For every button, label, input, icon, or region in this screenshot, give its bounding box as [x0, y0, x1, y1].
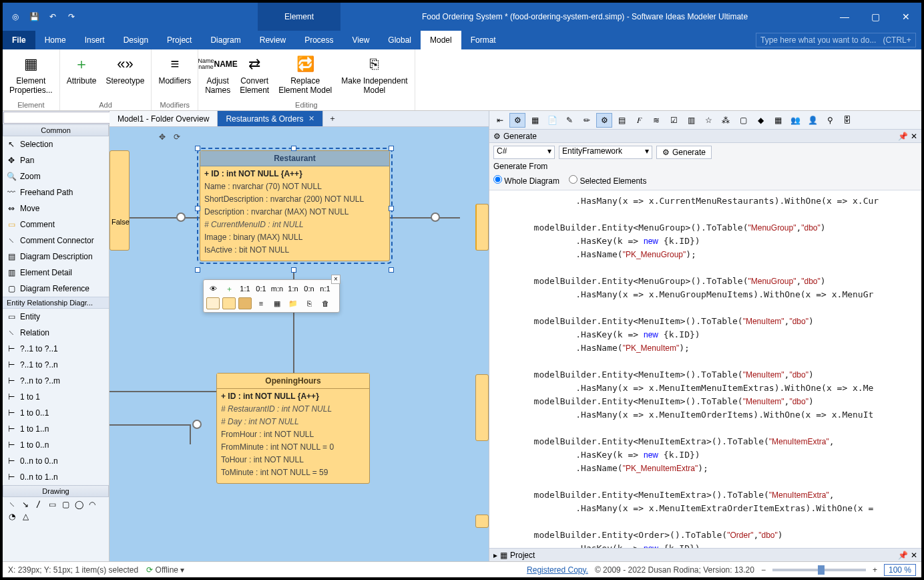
tool-icon-7[interactable]: 𝐹: [631, 113, 647, 128]
arc-icon[interactable]: ◠: [87, 500, 97, 509]
zoom-in-button[interactable]: +: [873, 565, 877, 575]
tool-card-1[interactable]: ⊢?..1 to ?..n: [3, 357, 109, 373]
modifiers-button[interactable]: ≡ Modifiers: [154, 51, 195, 88]
tool-icon-15[interactable]: ▦: [770, 113, 786, 128]
partial-entity-right-3[interactable]: [475, 515, 489, 528]
tool-icon-8[interactable]: ≋: [648, 113, 664, 128]
tool-card-3[interactable]: ⊢1 to 1: [3, 389, 109, 405]
language-select[interactable]: C# ▾: [493, 146, 555, 159]
tool-icon-17[interactable]: 👤: [804, 113, 821, 128]
element-properties-button[interactable]: ▦ Element Properties...: [5, 51, 57, 98]
entity-openinghours[interactable]: OpeningHours + ID : int NOT NULL {A++}# …: [216, 373, 370, 484]
tool-icon-11[interactable]: ☆: [700, 113, 716, 128]
adjust-names-button[interactable]: NamenameNAME Adjust Names: [201, 51, 234, 98]
tool-card-4[interactable]: ⊢1 to 0..1: [3, 405, 109, 421]
radio-whole-diagram[interactable]: Whole Diagram: [493, 175, 559, 186]
code-output[interactable]: .HasMany(x => x.CurrentMenuRestaurants).…: [489, 190, 921, 548]
command-search-input[interactable]: [756, 33, 916, 47]
zoom-out-button[interactable]: −: [761, 565, 766, 575]
project-bar[interactable]: ▸ ▦ Project 📌 ✕: [489, 548, 921, 561]
diagram-canvas[interactable]: False Restaurant + ID :: [109, 127, 489, 561]
tool-icon-1[interactable]: ▦: [527, 113, 543, 128]
tool-icon-3[interactable]: ✎: [561, 113, 578, 128]
card-0-n[interactable]: 0:n: [302, 283, 316, 295]
pie-icon[interactable]: ◔: [7, 512, 17, 521]
tool-card-6[interactable]: ⊢1 to 0..n: [3, 437, 109, 453]
context-tab-element[interactable]: Element: [258, 3, 340, 31]
card-1-1[interactable]: 1:1: [238, 283, 252, 295]
make-independent-button[interactable]: ⎘ Make Independent Model: [337, 51, 411, 98]
tool-element-detail[interactable]: ▥Element Detail: [3, 265, 109, 281]
close-tab-icon[interactable]: ✕: [308, 114, 314, 123]
pin-icon[interactable]: 📌: [898, 132, 908, 141]
replace-model-button[interactable]: 🔁 Replace Element Model: [274, 51, 336, 98]
convert-element-button[interactable]: ⇄ Convert Element: [236, 51, 273, 98]
menu-project[interactable]: Project: [158, 31, 201, 49]
panel-close-icon[interactable]: ✕: [911, 132, 917, 141]
tool-zoom[interactable]: 🔍Zoom: [3, 168, 109, 184]
roundrect-icon[interactable]: ▢: [60, 500, 71, 509]
eye-icon[interactable]: 👁: [206, 283, 220, 295]
toolbox-search-input[interactable]: [3, 112, 110, 124]
command-search[interactable]: [756, 31, 916, 49]
triangle-icon[interactable]: △: [20, 512, 31, 521]
zoom-value[interactable]: 100 %: [884, 564, 916, 576]
radio-selected-elements[interactable]: Selected Elements: [569, 175, 646, 186]
tool-icon-9[interactable]: ☑: [666, 113, 682, 128]
tool-icon-4[interactable]: ✏: [579, 113, 595, 128]
pin-icon[interactable]: 📌: [898, 551, 908, 560]
arrow-icon[interactable]: ↘: [20, 500, 31, 509]
close-button[interactable]: ✕: [891, 3, 921, 31]
tab-restaurants-orders[interactable]: Restaurants & Orders✕: [218, 111, 323, 126]
tool-relation[interactable]: ⟍Relation: [3, 325, 109, 341]
list-icon[interactable]: ≡: [254, 297, 268, 309]
tool-icon-18[interactable]: ⚲: [822, 113, 838, 128]
partial-entity-right-1[interactable]: [475, 204, 489, 251]
tool-card-5[interactable]: ⊢1 to 1..n: [3, 421, 109, 437]
ellipse-icon[interactable]: ◯: [73, 500, 84, 509]
menu-view[interactable]: View: [343, 31, 379, 49]
tool-card-0[interactable]: ⊢?..1 to ?..1: [3, 341, 109, 357]
menu-design[interactable]: Design: [114, 31, 158, 49]
zoom-slider[interactable]: [772, 569, 866, 571]
folder-icon[interactable]: 📁: [286, 297, 300, 309]
move-handle-icon[interactable]: ✥: [159, 132, 166, 142]
line-icon[interactable]: ⟍: [7, 500, 17, 509]
stereotype-button[interactable]: «» Stereotype: [101, 51, 148, 88]
registered-link[interactable]: Registered Copy.: [527, 565, 588, 575]
save-icon[interactable]: 💾: [28, 11, 40, 23]
collapse-icon[interactable]: ▸: [493, 551, 497, 560]
tool-comment[interactable]: ▭Comment: [3, 216, 109, 233]
tab-folder-overview[interactable]: Model1 - Folder Overview: [109, 111, 218, 126]
attribute-button[interactable]: ＋ Attribute: [63, 51, 101, 88]
entity-restaurant[interactable]: Restaurant + ID : int NOT NULL {A++}Name…: [200, 150, 390, 261]
tool-pan[interactable]: ✥Pan: [3, 152, 109, 168]
tool-icon-12[interactable]: ⁂: [718, 113, 734, 128]
offline-status[interactable]: ⟳ Offline ▾: [146, 565, 184, 575]
menu-file[interactable]: File: [3, 31, 35, 49]
menu-review[interactable]: Review: [250, 31, 295, 49]
delete-icon[interactable]: 🗑: [318, 297, 332, 309]
generate-button[interactable]: ⚙Generate: [656, 146, 712, 159]
menu-global[interactable]: Global: [379, 31, 421, 49]
tool-icon-14[interactable]: ◆: [752, 113, 768, 128]
plus-icon[interactable]: ＋: [222, 283, 236, 295]
menu-diagram[interactable]: Diagram: [201, 31, 250, 49]
tool-icon-16[interactable]: 👥: [787, 113, 803, 128]
tool-icon-6[interactable]: ▤: [614, 113, 630, 128]
card-0-1[interactable]: 0:1: [254, 283, 268, 295]
redo-icon[interactable]: ↷: [65, 11, 77, 23]
tool-card-2[interactable]: ⊢?..n to ?..m: [3, 373, 109, 389]
undo-icon[interactable]: ↶: [47, 11, 59, 23]
copy-icon[interactable]: ⎘: [302, 297, 316, 309]
menu-model[interactable]: Model: [421, 31, 461, 49]
card-1-n[interactable]: 1:n: [286, 283, 300, 295]
rotate-handle-icon[interactable]: ⟳: [174, 132, 180, 142]
menu-format[interactable]: Format: [461, 31, 505, 49]
tool-move[interactable]: ⇔Move: [3, 200, 109, 216]
tool-freehand[interactable]: 〰Freehand Path: [3, 184, 109, 200]
menu-insert[interactable]: Insert: [75, 31, 114, 49]
toggle-panel-icon[interactable]: ⇤: [492, 113, 508, 128]
menu-process[interactable]: Process: [295, 31, 342, 49]
tool-card-7[interactable]: ⊢0..n to 0..n: [3, 453, 109, 469]
